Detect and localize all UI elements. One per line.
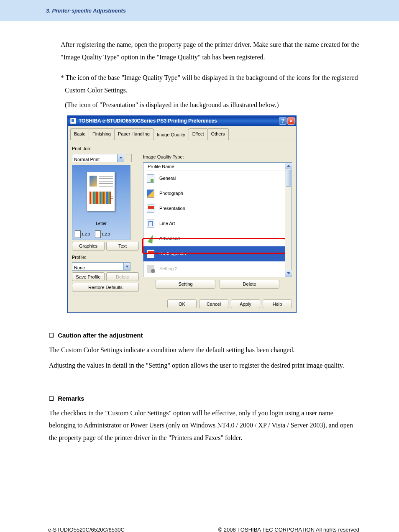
ok-button[interactable]: OK [167,299,197,308]
asterisk: * [61,74,64,81]
tab-others[interactable]: Others [207,128,229,140]
tab-image-quality[interactable]: Image Quality [153,129,189,141]
preview-paper-label: Letter [72,220,130,228]
list-item-setting-2[interactable]: Setting 2 [143,261,285,276]
print-job-value: Normal Print [72,154,117,162]
dialog-button-bar: OK Cancel Apply Help [68,296,296,312]
tab-strip: Basic Finishing Paper Handling Image Qua… [68,126,296,140]
square-bullet-icon: ❏ [49,332,54,338]
paragraph-2b: (The icon of "Presentation" is displayed… [65,99,359,111]
printing-preferences-dialog: TOSHIBA e-STUDIO6530CSeries PS3 Printing… [67,115,297,313]
dialog-figure: TOSHIBA e-STUDIO6530CSeries PS3 Printing… [67,115,359,313]
list-item-draft-agenda[interactable]: Draft agenda [143,246,285,261]
paragraph-2: * The icon of the base "Image Quality Ty… [65,72,359,96]
image-quality-type-label: Image Quality Type: [143,153,292,161]
save-profile-button[interactable]: Save Profile [72,272,105,281]
graphics-button[interactable]: Graphics [72,242,105,251]
dialog-app-icon [70,118,76,124]
page-section-header: 3. Printer-specific Adjustments [0,0,399,21]
list-item-presentation[interactable]: Presentation [143,201,285,216]
profile-dropdown[interactable]: None [72,262,130,271]
presentation-icon [147,205,154,213]
cancel-button[interactable]: Cancel [199,299,228,308]
profile-value: None [72,263,123,270]
footer-left: e-STUDIO5520C/6520C/6530C [48,527,125,532]
profile-label: Profile: [72,253,139,261]
scroll-down-icon[interactable] [285,270,292,277]
preview-thumb-2: 1.2.3 [95,230,110,238]
line-art-icon [147,220,154,228]
page-content: After registering the name, open the pro… [0,21,399,444]
tab-finishing[interactable]: Finishing [89,128,115,140]
list-item-advanced[interactable]: Advanced [143,231,285,246]
image-quality-listbox[interactable]: Profile Name General Photograph [143,162,292,277]
page-footer: e-STUDIO5520C/6520C/6530C © 2008 TOSHIBA… [0,447,399,532]
square-bullet-icon: ❏ [49,395,54,402]
print-job-dropdown[interactable]: Normal Print [72,154,124,162]
text-button[interactable]: Text [106,242,139,251]
dialog-titlebar[interactable]: TOSHIBA e-STUDIO6530CSeries PS3 Printing… [68,116,296,126]
advanced-icon [147,235,154,243]
remarks-heading: ❏ Remarks [49,393,359,404]
delete-iqt-button[interactable]: Delete [220,280,279,289]
caution-heading: ❏ Caution after the adjustment [49,330,359,341]
preview-thumb-1: 1.2.3 [75,230,90,238]
caution-body-1: The Custom Color Settings indicate a con… [49,344,359,356]
restore-defaults-button[interactable]: Restore Defaults [72,283,139,292]
print-preview: Letter 1.2.3 1.2.3 [72,165,130,240]
list-scrollbar[interactable] [285,163,292,277]
list-item-general[interactable]: General [143,171,285,186]
chevron-down-icon[interactable] [123,263,130,270]
list-header: Profile Name [143,163,285,171]
paragraph-1: After registering the name, open the pro… [61,38,359,63]
footer-right: © 2008 TOSHIBA TEC CORPORATION All right… [218,527,359,532]
scroll-thumb[interactable] [286,170,291,187]
right-column: Image Quality Type: Profile Name General [143,143,292,292]
tab-paper-handling[interactable]: Paper Handling [114,128,153,140]
tab-panel: Print Job: Normal Print Letter [68,140,296,296]
dialog-title: TOSHIBA e-STUDIO6530CSeries PS3 Printing… [79,116,217,125]
chevron-down-icon[interactable] [117,154,124,162]
list-item-photograph[interactable]: Photograph [143,186,285,201]
paragraph-2a: The icon of the base "Image Quality Type… [65,74,358,94]
setting-button[interactable]: Setting [156,280,215,289]
print-job-extra-button[interactable] [126,154,132,162]
presentation-icon [147,250,154,258]
user-profile-icon [147,265,154,273]
tab-effect[interactable]: Effect [189,128,208,140]
remarks-body: The checkbox in the "Custom Color Settin… [49,407,359,444]
help-button[interactable]: Help [263,299,292,308]
general-icon [147,174,154,183]
list-item-line-art[interactable]: Line Art [143,216,285,231]
left-column: Print Job: Normal Print Letter [72,143,139,292]
scroll-up-icon[interactable] [285,163,292,169]
print-job-label: Print Job: [72,144,139,153]
delete-profile-button[interactable]: Delete [106,272,139,281]
caution-body-2: Adjusting the values in detail in the "S… [49,359,359,372]
tab-basic[interactable]: Basic [70,128,89,140]
apply-button[interactable]: Apply [231,299,260,308]
titlebar-help-button[interactable]: ? [279,117,286,125]
preview-page-icon [87,172,115,211]
titlebar-close-button[interactable]: × [287,117,295,125]
photograph-icon [147,189,154,198]
